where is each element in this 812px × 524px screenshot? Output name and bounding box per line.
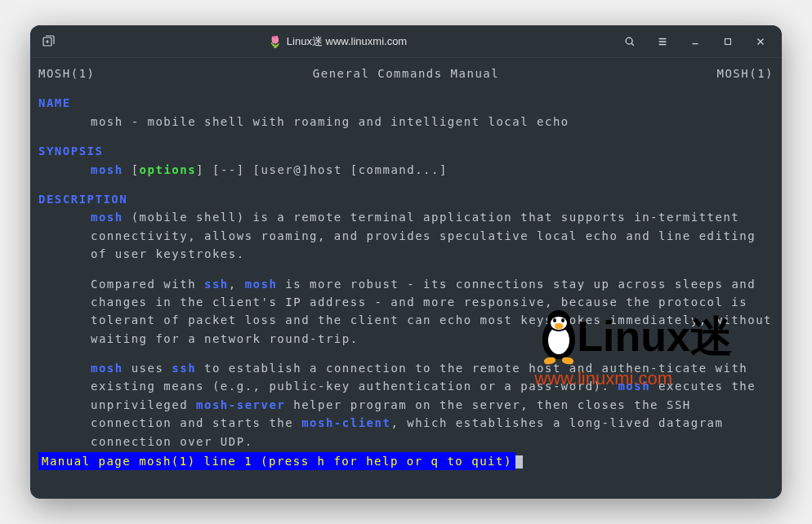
synopsis-cmd: mosh bbox=[91, 163, 123, 176]
man-header-center: General Commands Manual bbox=[313, 64, 499, 82]
description-para2: Compared with ssh, mosh is more robust -… bbox=[38, 275, 774, 349]
description-para3: mosh uses ssh to establish a connection … bbox=[38, 359, 774, 451]
para2-ssh: ssh bbox=[204, 278, 229, 291]
status-line-wrap: Manual page mosh(1) line 1 (press h for … bbox=[38, 451, 774, 470]
title-text: Linux迷 www.linuxmi.com bbox=[287, 34, 407, 49]
menu-button[interactable] bbox=[648, 30, 677, 53]
para2-prefix: Compared with bbox=[91, 278, 204, 291]
titlebar: 🌷 Linux迷 www.linuxmi.com bbox=[30, 25, 782, 58]
synopsis-options: options bbox=[140, 163, 197, 176]
para3-client: mosh-client bbox=[301, 416, 390, 429]
svg-rect-2 bbox=[725, 38, 731, 44]
name-line: mosh - mobile shell with roaming and int… bbox=[38, 113, 774, 131]
svg-point-1 bbox=[626, 38, 632, 44]
man-header-right: MOSH(1) bbox=[716, 64, 774, 82]
para3-mid1: uses bbox=[123, 362, 172, 375]
para3-cmd: mosh bbox=[91, 362, 123, 375]
close-button[interactable] bbox=[746, 30, 775, 53]
new-tab-button[interactable] bbox=[37, 30, 60, 53]
description-para1: mosh (mobile shell) is a remote terminal… bbox=[38, 208, 774, 263]
para3-server: mosh-server bbox=[196, 398, 285, 411]
para3-cmd2: mosh bbox=[618, 380, 650, 393]
terminal-content[interactable]: MOSH(1) General Commands Manual MOSH(1) … bbox=[30, 58, 782, 499]
section-name: NAME bbox=[38, 94, 774, 112]
para2-mosh: mosh bbox=[245, 278, 278, 291]
cursor bbox=[515, 455, 523, 468]
minimize-button[interactable] bbox=[680, 30, 710, 53]
para1-cmd: mosh bbox=[91, 211, 123, 224]
para1-text: (mobile shell) is a remote terminal appl… bbox=[91, 211, 756, 260]
para3-ssh: ssh bbox=[172, 362, 196, 375]
synopsis-line: mosh [options] [--] [user@]host [command… bbox=[38, 161, 774, 179]
tulip-icon: 🌷 bbox=[268, 35, 282, 48]
terminal-window: 🌷 Linux迷 www.linuxmi.com bbox=[30, 25, 782, 499]
status-bar: Manual page mosh(1) line 1 (press h for … bbox=[38, 452, 515, 470]
man-header-left: MOSH(1) bbox=[38, 64, 96, 82]
para2-mid1: , bbox=[229, 278, 245, 291]
section-description: DESCRIPTION bbox=[38, 190, 774, 208]
search-button[interactable] bbox=[615, 30, 645, 53]
synopsis-rest: ] [--] [user@]host [command...] bbox=[196, 163, 448, 176]
man-header: MOSH(1) General Commands Manual MOSH(1) bbox=[38, 64, 774, 82]
section-synopsis: SYNOPSIS bbox=[38, 142, 774, 160]
window-title: 🌷 Linux迷 www.linuxmi.com bbox=[60, 34, 615, 49]
maximize-button[interactable] bbox=[713, 30, 743, 53]
